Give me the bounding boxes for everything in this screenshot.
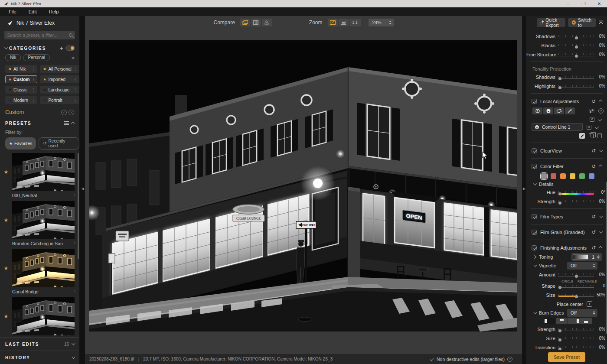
burn-size-slider[interactable] — [558, 336, 594, 341]
color-filter-header[interactable]: Color Filter ↺ — [526, 161, 607, 171]
mask-preview-icon[interactable] — [587, 125, 591, 130]
tab-nik[interactable]: Nik — [5, 54, 21, 61]
spinner-icon[interactable] — [593, 311, 595, 315]
vignette-amount-slider[interactable] — [558, 272, 594, 277]
reset-icon[interactable]: ↺ — [591, 99, 596, 104]
star-icon[interactable]: ★ — [8, 77, 12, 81]
film-types-header[interactable]: Film Types ↺ — [526, 211, 607, 221]
history-section[interactable]: HISTORY — [0, 351, 79, 364]
star-icon[interactable]: ★ — [8, 67, 12, 71]
category-classic[interactable]: ★ Classic ⋮ — [5, 86, 37, 94]
reset-icon[interactable]: ↺ — [591, 164, 596, 169]
preset-thumbnail[interactable] — [12, 153, 75, 191]
kebab-icon[interactable]: ⋮ — [31, 98, 35, 102]
category-landscape[interactable]: ★ Landscape ⋮ — [40, 86, 79, 94]
burn-edge-bottom-button[interactable] — [580, 318, 592, 324]
sidebar-splitter[interactable]: ◀ — [79, 16, 85, 364]
collapse-panel-icon[interactable]: ▶ — [523, 187, 525, 191]
zoom-fit-button[interactable] — [328, 19, 338, 26]
duplicate-icon[interactable] — [589, 133, 594, 138]
compare-stack-button[interactable] — [240, 19, 250, 26]
categories-collapse-icon[interactable] — [4, 46, 8, 49]
help-icon[interactable]: ? — [507, 357, 512, 362]
film-grain-header[interactable]: Film Grain (Branded) ↺ — [526, 227, 607, 237]
chevron-up-icon[interactable] — [599, 246, 602, 249]
filter-recently-used[interactable]: ↺ Recently used — [39, 137, 79, 150]
place-center-button[interactable] — [587, 301, 592, 307]
swatch-orange[interactable] — [560, 173, 566, 179]
star-icon[interactable]: ★ — [43, 77, 46, 81]
preset-item[interactable]: ★ — [0, 297, 79, 335]
vignette-size-slider[interactable] — [558, 292, 594, 298]
kebab-icon[interactable]: ⋮ — [73, 67, 77, 71]
favorite-star-icon[interactable]: ★ — [0, 217, 12, 223]
finishing-adjustments-header[interactable]: Finishing Adjustments ↺ — [526, 243, 607, 253]
cf-strength-slider[interactable] — [558, 199, 594, 204]
preset-item[interactable]: ★ Canal Bridge ⋮ — [0, 249, 79, 294]
prev-category-button[interactable]: ‹ — [61, 110, 67, 115]
shadows-slider[interactable] — [558, 34, 594, 39]
panel-splitter[interactable]: ▶ — [522, 16, 526, 364]
blacks-slider[interactable] — [558, 43, 594, 48]
fine-structure-slider[interactable] — [558, 52, 594, 57]
zoom-fill-button[interactable] — [339, 19, 349, 26]
star-icon[interactable]: ★ — [43, 67, 46, 71]
mask-options-icon[interactable] — [589, 109, 595, 113]
compare-split-button[interactable] — [251, 19, 261, 26]
trash-icon[interactable] — [597, 133, 602, 138]
search-input[interactable] — [7, 32, 69, 38]
reset-icon[interactable]: ↺ — [591, 246, 596, 250]
brush-tool[interactable] — [565, 107, 575, 114]
tab-personal[interactable]: Personal — [23, 54, 49, 61]
spinner-icon[interactable] — [597, 255, 600, 259]
check-icon[interactable] — [595, 125, 599, 129]
save-preset-button[interactable]: Save Preset — [548, 352, 585, 362]
checkbox[interactable] — [532, 230, 537, 235]
edit-mask-icon[interactable] — [579, 133, 585, 139]
checkbox[interactable] — [532, 148, 537, 153]
vignette-row[interactable]: Vignette Off — [526, 261, 607, 270]
quick-export-button[interactable]: Quick Export — [537, 18, 565, 27]
control-line-item[interactable]: Control Line 1 — [532, 123, 583, 131]
kebab-icon[interactable]: ⋮ — [73, 193, 77, 198]
filter-favorites[interactable]: ★ Favorites — [5, 137, 36, 150]
reset-icon[interactable]: ↺ — [591, 149, 596, 153]
menu-help[interactable]: Help — [43, 9, 65, 14]
category-portrait[interactable]: ★ Portrait ⋮ — [40, 96, 79, 104]
help-icon[interactable]: ? — [598, 108, 604, 114]
hue-slider[interactable] — [558, 190, 594, 195]
minimize-button[interactable]: – — [560, 0, 576, 7]
kebab-icon[interactable]: ⋮ — [31, 77, 35, 81]
star-icon[interactable]: ★ — [43, 88, 46, 92]
burn-edges-select[interactable]: Off — [567, 309, 597, 317]
clearview-header[interactable]: ClearView ↺ — [526, 146, 607, 156]
photo[interactable]: CIGAR LOUNGE — [89, 40, 517, 332]
preset-item[interactable]: ★ 000_Neutral ⋮ — [0, 153, 79, 198]
zoom-level-select[interactable]: 24% — [369, 19, 394, 26]
close-button[interactable]: ✕ — [591, 0, 607, 7]
kebab-icon[interactable]: ⋮ — [73, 241, 77, 246]
mask-preview-icon[interactable] — [590, 117, 594, 122]
kebab-icon[interactable]: ⋮ — [73, 88, 77, 92]
favorites-filter-icon[interactable]: ★ — [71, 55, 75, 60]
burn-edge-top-button[interactable] — [556, 318, 568, 324]
nondestructive-label[interactable]: Non-destructive edits (larger files) — [437, 357, 505, 362]
zoom-100-button[interactable]: 1:1 — [349, 19, 361, 26]
burn-edge-right-button[interactable] — [568, 318, 580, 324]
kebab-icon[interactable]: ⋮ — [31, 67, 35, 71]
categories-toggle[interactable] — [65, 46, 75, 51]
tonality-shadows-slider[interactable] — [558, 75, 594, 80]
spinner-icon[interactable] — [593, 264, 595, 267]
collapse-right-panel-icon[interactable] — [598, 20, 604, 25]
burn-strength-slider[interactable] — [558, 327, 594, 332]
reset-icon[interactable]: ↺ — [591, 230, 596, 234]
tonality-highlights-slider[interactable] — [558, 84, 594, 89]
next-category-button[interactable]: › — [69, 110, 74, 115]
burn-edges-row[interactable]: Burn Edges Off — [526, 309, 607, 317]
star-icon[interactable]: ★ — [8, 98, 12, 102]
preset-thumbnail[interactable] — [12, 201, 75, 239]
spinner-icon[interactable] — [389, 21, 392, 24]
restore-button[interactable]: ❐ — [576, 0, 591, 7]
favorite-star-icon[interactable]: ★ — [0, 169, 12, 175]
compare-sidebyside-button[interactable] — [262, 19, 272, 26]
